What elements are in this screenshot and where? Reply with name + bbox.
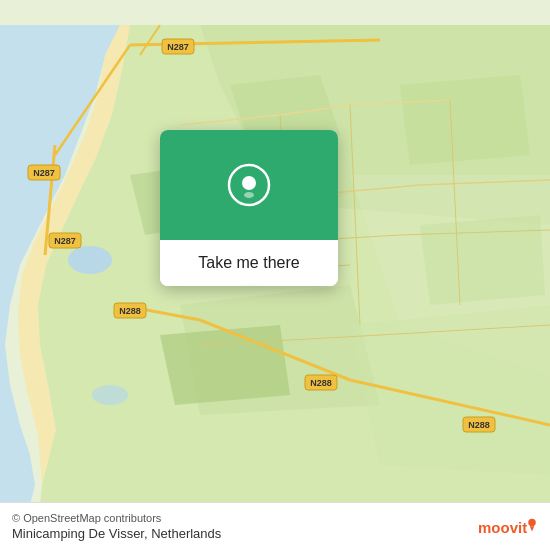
svg-point-21 <box>68 246 112 274</box>
take-me-there-label: Take me there <box>198 254 299 272</box>
popup-header <box>160 130 338 240</box>
svg-point-22 <box>92 385 128 405</box>
svg-text:N288: N288 <box>119 306 141 316</box>
svg-text:N287: N287 <box>167 42 189 52</box>
svg-text:N288: N288 <box>310 378 332 388</box>
bottom-bar: © OpenStreetMap contributors Minicamping… <box>0 502 550 550</box>
svg-text:N287: N287 <box>33 168 55 178</box>
svg-text:N287: N287 <box>54 236 76 246</box>
location-pin-icon <box>227 163 271 207</box>
location-name: Minicamping De Visser, Netherlands <box>12 526 221 541</box>
svg-text:N288: N288 <box>468 420 490 430</box>
moovit-logo-icon: moovit <box>478 513 538 541</box>
svg-text:moovit: moovit <box>478 519 527 536</box>
moovit-logo: moovit <box>478 513 538 541</box>
take-me-there-button[interactable]: Take me there <box>160 240 338 286</box>
svg-point-39 <box>528 518 536 526</box>
svg-point-36 <box>242 176 256 190</box>
svg-marker-40 <box>530 526 535 531</box>
popup-card: Take me there <box>160 130 338 286</box>
attribution-text: © OpenStreetMap contributors <box>12 512 221 524</box>
svg-point-37 <box>244 192 254 198</box>
map-container: N287 N287 N287 N288 N288 N288 Take me th… <box>0 0 550 550</box>
